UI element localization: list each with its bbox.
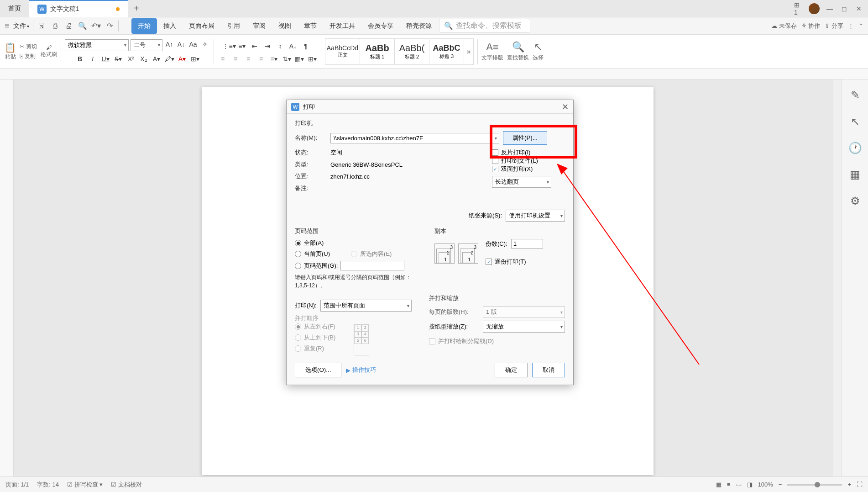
cursor-icon[interactable]: ↖ [851, 115, 860, 128]
subscript-button[interactable]: X₂ [139, 54, 149, 64]
border-button[interactable]: ⊞▾ [190, 54, 200, 64]
font-color-button[interactable]: A▾ [177, 54, 187, 64]
more-icon[interactable]: ⋮ [848, 22, 854, 29]
italic-button[interactable]: I [88, 54, 98, 64]
export-icon[interactable]: ⎙ [51, 21, 60, 31]
print-icon[interactable]: 🖨 [64, 21, 73, 31]
scale-to-select[interactable]: 无缩放 [483, 321, 565, 333]
collab-button[interactable]: ⚘ 协作 [801, 22, 821, 30]
distribute-icon[interactable]: ≡▾ [269, 54, 279, 64]
hamburger-icon[interactable]: ≡ [5, 21, 10, 31]
view-outline-icon[interactable]: ▭ [736, 481, 742, 488]
tab-home[interactable]: 首页 [0, 0, 29, 17]
highlight-button[interactable]: 🖍▾ [164, 54, 174, 64]
cancel-button[interactable]: 取消 [532, 363, 565, 377]
tips-link[interactable]: ▶操作技巧 [346, 366, 376, 374]
text-effects-button[interactable]: A▾ [152, 54, 162, 64]
apps-icon[interactable]: ▦ [850, 168, 860, 181]
preview-icon[interactable]: 🔍 [78, 21, 87, 31]
line-spacing-icon[interactable]: ⇅▾ [282, 54, 292, 64]
outdent-icon[interactable]: ⇤ [250, 41, 260, 51]
numbering-icon[interactable]: ≡▾ [237, 41, 247, 51]
save-icon[interactable]: 🖫 [37, 21, 46, 31]
printer-name-select[interactable]: \\slavedomain008.kxhz.cc\zhen7F [330, 133, 499, 143]
underline-button[interactable]: U▾ [100, 54, 110, 64]
window-tile-icon[interactable]: ⊞ 1 [794, 4, 803, 13]
bullets-icon[interactable]: ⋮≡▾ [224, 41, 234, 51]
duplex-checkbox[interactable]: 双面打印(X) [492, 165, 565, 173]
copy-button[interactable]: ⎘复制 [20, 53, 37, 60]
clock-icon[interactable]: 🕐 [848, 142, 862, 154]
paper-source-select[interactable]: 使用打印机设置 [506, 210, 565, 222]
select-button[interactable]: ↖ 选择 [533, 41, 544, 62]
dialog-close-button[interactable]: ✕ [562, 102, 569, 112]
indent-icon[interactable]: ⇥ [262, 41, 272, 51]
style-normal[interactable]: AaBbCcDd 正文 [325, 39, 360, 64]
pencil-icon[interactable]: ✎ [851, 89, 860, 101]
page-range-input[interactable] [340, 261, 404, 270]
ribbon-tab-review[interactable]: 审阅 [246, 18, 272, 34]
options-button[interactable]: 选项(O)... [295, 363, 341, 377]
superscript-button[interactable]: X² [126, 54, 136, 64]
show-marks-icon[interactable]: ¶ [301, 41, 311, 51]
ribbon-tab-view[interactable]: 视图 [272, 18, 298, 34]
tab-add[interactable]: + [128, 3, 145, 14]
text-direction-icon[interactable]: ↕ [275, 41, 285, 51]
print-to-file-checkbox[interactable]: 打印到文件(L) [492, 157, 565, 165]
zoom-out[interactable]: − [779, 481, 782, 488]
gear-icon[interactable]: ⚙ [850, 195, 860, 207]
shading-icon[interactable]: ▦▾ [294, 54, 304, 64]
collate-checkbox[interactable]: 逐份打印(T) [486, 258, 543, 266]
reverse-print-checkbox[interactable]: 反片打印(I) [492, 148, 565, 157]
style-heading3[interactable]: AaBbC 标题 3 [429, 39, 464, 64]
strikethrough-button[interactable]: S̶▾ [113, 54, 123, 64]
ribbon-tab-member[interactable]: 会员专享 [361, 18, 400, 34]
horizontal-ruler[interactable] [23, 69, 868, 79]
properties-button[interactable]: 属性(P)... [503, 131, 547, 145]
style-heading1[interactable]: AaBb 标题 1 [360, 39, 395, 64]
undo-icon[interactable]: ↶▾ [92, 21, 101, 31]
decrease-font-icon[interactable]: A↓ [176, 39, 186, 49]
radio-current[interactable]: 当前页(U) 所选内容(E) [295, 250, 425, 258]
clear-format-icon[interactable]: ✧ [200, 39, 210, 49]
zoom-in[interactable]: + [847, 481, 851, 488]
increase-font-icon[interactable]: A↑ [164, 39, 174, 49]
font-name-select[interactable]: 微软雅黑 [65, 39, 129, 51]
scrollbar[interactable] [833, 79, 842, 476]
word-count[interactable]: 字数: 14 [37, 481, 59, 489]
paste-button[interactable]: 📋 粘贴 [5, 42, 16, 61]
page-indicator[interactable]: 页面: 1/1 [5, 481, 29, 489]
zoom-slider[interactable] [787, 484, 842, 486]
collapse-ribbon-icon[interactable]: ⌃ [858, 22, 863, 29]
align-right-icon[interactable]: ≡ [243, 54, 253, 64]
print-what-select[interactable]: 范围中所有页面 [320, 300, 412, 312]
maximize-icon[interactable]: ◻ [840, 4, 849, 13]
format-brush-button[interactable]: 🖌 格式刷 [41, 44, 57, 58]
font-size-select[interactable]: 二号 [131, 39, 162, 51]
radio-page-range[interactable]: 页码范围(G): [295, 261, 425, 270]
copies-spinner[interactable] [511, 239, 543, 249]
ribbon-tab-references[interactable]: 引用 [221, 18, 246, 34]
ribbon-tab-devtools[interactable]: 开发工具 [323, 18, 361, 34]
user-avatar[interactable] [809, 3, 820, 14]
redo-icon[interactable]: ↷ [105, 21, 115, 31]
bold-button[interactable]: B [75, 54, 85, 64]
align-left-icon[interactable]: ≡ [218, 54, 228, 64]
cut-button[interactable]: ✂剪切 [20, 43, 37, 51]
radio-all[interactable]: 全部(A) [295, 239, 425, 247]
text-layout-button[interactable]: A≡ 文字排版 [481, 41, 503, 62]
zoom-value[interactable]: 100% [758, 481, 773, 488]
duplex-mode-select[interactable]: 长边翻页 [492, 176, 551, 188]
find-replace-button[interactable]: 🔍 查找替换 [507, 41, 529, 62]
style-heading2[interactable]: AaBb( 标题 2 [395, 39, 429, 64]
share-button[interactable]: ⇧ 分享 [825, 22, 843, 30]
view-web-icon[interactable]: ≡ [727, 481, 731, 488]
ok-button[interactable]: 确定 [495, 363, 528, 377]
align-center-icon[interactable]: ≡ [230, 54, 241, 64]
change-case-icon[interactable]: Aa [188, 39, 198, 49]
vertical-ruler[interactable] [0, 79, 14, 476]
borders-icon[interactable]: ⊞▾ [307, 54, 317, 64]
minimize-icon[interactable]: — [825, 4, 834, 13]
ribbon-tab-resources[interactable]: 稻壳资源 [400, 18, 438, 34]
menu-file[interactable]: 文件 [13, 22, 29, 30]
